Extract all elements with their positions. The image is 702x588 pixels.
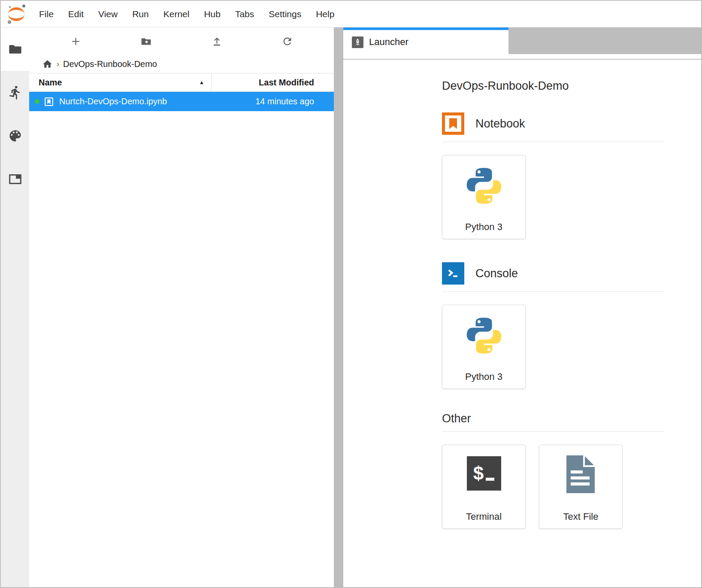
menu-bar: File Edit View Run Kernel Hub Tabs Setti… — [1, 1, 701, 27]
console-section-label: Console — [475, 267, 518, 280]
file-list-header: Name ▲ Last Modified — [29, 73, 334, 92]
launcher-rocket-icon — [352, 36, 363, 48]
sidebar-tab-files[interactable] — [1, 27, 29, 71]
notebook-icon — [442, 112, 464, 135]
upload-button[interactable] — [209, 34, 224, 48]
file-name: Nurtch-DevOps-Demo.ipynb — [59, 97, 255, 106]
card-label: Python 3 — [465, 221, 502, 233]
card-label: Python 3 — [465, 371, 502, 382]
jupyter-logo — [1, 2, 32, 26]
notebook-file-icon — [43, 96, 54, 107]
section-divider — [442, 142, 664, 142]
section-divider — [442, 431, 664, 432]
refresh-icon — [281, 36, 293, 47]
panel-splitter[interactable] — [334, 27, 343, 587]
sidebar-tab-open-tabs[interactable] — [1, 158, 29, 201]
menu-tabs[interactable]: Tabs — [228, 9, 261, 19]
breadcrumb: › DevOps-Runbook-Demo — [29, 55, 334, 73]
other-section-label: Other — [442, 412, 471, 425]
palette-icon — [8, 128, 23, 143]
kernel-running-indicator — [35, 99, 39, 104]
breadcrumb-current-folder[interactable]: DevOps-Runbook-Demo — [63, 59, 157, 69]
jupyterlab-window: File Edit View Run Kernel Hub Tabs Setti… — [0, 0, 702, 588]
tabs-icon — [8, 172, 23, 187]
python-logo-icon — [462, 164, 506, 208]
card-label: Text File — [563, 511, 599, 522]
tab-bar-bottom-strip — [343, 54, 701, 60]
terminal-icon: $ — [467, 456, 501, 491]
new-launcher-plus-icon — [70, 36, 82, 47]
activity-bar — [1, 27, 29, 587]
name-header-label: Name — [39, 78, 62, 88]
new-folder-icon — [140, 36, 152, 47]
menu-view[interactable]: View — [91, 9, 125, 19]
refresh-button[interactable] — [280, 34, 295, 48]
tab-launcher-label: Launcher — [369, 36, 408, 48]
file-browser-toolbar — [29, 27, 334, 55]
launcher-card-terminal[interactable]: $ Terminal — [442, 445, 526, 529]
console-section-header: Console — [442, 262, 688, 285]
text-file-icon — [564, 455, 598, 494]
new-launcher-button[interactable] — [68, 34, 83, 48]
jupyter-logo-icon — [5, 2, 28, 26]
menu-hub[interactable]: Hub — [197, 9, 228, 19]
modified-column-header[interactable]: Last Modified — [211, 73, 334, 91]
launcher-section-console: Console Python 3 — [442, 262, 688, 389]
file-row-selected[interactable]: Nurtch-DevOps-Demo.ipynb 14 minutes ago — [29, 92, 334, 111]
launcher-card-notebook-python3[interactable]: Python 3 — [442, 155, 526, 239]
launcher-body: DevOps-Runbook-Demo Notebook — [343, 60, 701, 587]
home-icon[interactable] — [42, 59, 53, 70]
menu-run[interactable]: Run — [125, 9, 156, 19]
card-label: Terminal — [466, 511, 502, 522]
running-sessions-icon — [8, 85, 23, 100]
sidebar-tab-running[interactable] — [1, 71, 29, 114]
menu-edit[interactable]: Edit — [61, 9, 91, 19]
launcher-section-notebook: Notebook Python 3 — [442, 112, 688, 239]
main-dock-panel: Launcher DevOps-Runbook-Demo Notebook — [343, 27, 701, 587]
breadcrumb-separator: › — [57, 60, 59, 69]
modified-header-label: Last Modified — [259, 78, 314, 88]
console-icon — [442, 262, 464, 285]
menu-settings[interactable]: Settings — [261, 9, 309, 19]
file-modified-time: 14 minutes ago — [255, 97, 334, 106]
tab-launcher[interactable]: Launcher — [343, 27, 508, 54]
launcher-card-console-python3[interactable]: Python 3 — [442, 305, 526, 389]
notebook-section-header: Notebook — [442, 112, 688, 135]
folder-icon — [8, 42, 23, 57]
launcher-section-other: Other $ Terminal — [442, 412, 688, 529]
sort-ascending-icon: ▲ — [199, 79, 204, 85]
file-browser-panel: › DevOps-Runbook-Demo Name ▲ Last Modifi… — [29, 27, 334, 587]
launcher-cwd-title: DevOps-Runbook-Demo — [442, 79, 688, 93]
python-logo-icon — [462, 314, 506, 358]
dock-tab-bar: Launcher — [343, 27, 701, 54]
upload-icon — [211, 36, 223, 47]
sidebar-tab-commands[interactable] — [1, 114, 29, 158]
menu-file[interactable]: File — [32, 9, 61, 19]
menu-help[interactable]: Help — [309, 9, 342, 19]
new-folder-button[interactable] — [139, 34, 154, 48]
launcher-card-text-file[interactable]: Text File — [539, 445, 623, 529]
name-column-header[interactable]: Name ▲ — [29, 73, 211, 91]
notebook-section-label: Notebook — [475, 117, 525, 130]
menu-kernel[interactable]: Kernel — [156, 9, 197, 19]
other-section-header: Other — [442, 412, 688, 425]
section-divider — [442, 291, 664, 292]
